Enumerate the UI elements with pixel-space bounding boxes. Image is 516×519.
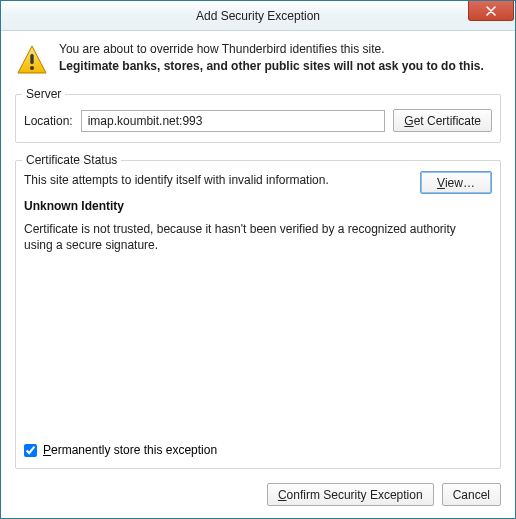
location-label: Location: (24, 114, 73, 128)
server-group: Server Location: Get Certificate (15, 87, 501, 143)
view-rest: iew… (445, 176, 475, 190)
cert-legend: Certificate Status (22, 153, 121, 167)
get-certificate-button[interactable]: Get Certificate (393, 109, 492, 132)
permanent-label: Permanently store this exception (43, 443, 217, 457)
close-icon (486, 6, 496, 16)
view-accel: V (437, 176, 445, 190)
titlebar: Add Security Exception (1, 1, 515, 31)
permanent-checkbox[interactable] (24, 444, 37, 457)
svg-point-1 (30, 66, 34, 70)
close-button[interactable] (468, 1, 514, 21)
view-button[interactable]: View… (420, 171, 492, 194)
warning-line-2: Legitimate banks, stores, and other publ… (59, 58, 484, 75)
warning-line-1: You are about to override how Thunderbir… (59, 41, 484, 58)
cancel-button[interactable]: Cancel (442, 483, 501, 506)
svg-rect-0 (30, 54, 33, 64)
dialog-body: You are about to override how Thunderbir… (1, 31, 515, 518)
location-input[interactable] (81, 110, 386, 132)
get-cert-accel: G (404, 114, 413, 128)
dialog-footer: Confirm Security Exception Cancel (15, 479, 501, 506)
dialog-window: Add Security Exception (0, 0, 516, 519)
permanent-rest: ermanently store this exception (51, 443, 217, 457)
warning-text: You are about to override how Thunderbir… (59, 41, 484, 77)
confirm-rest: onfirm Security Exception (287, 488, 423, 502)
certificate-status-group: Certificate Status View… This site attem… (15, 153, 501, 469)
cert-heading: Unknown Identity (24, 199, 492, 213)
confirm-accel: C (278, 488, 287, 502)
permanent-row[interactable]: Permanently store this exception (24, 435, 492, 457)
cert-description: Certificate is not trusted, because it h… (24, 221, 484, 253)
window-title: Add Security Exception (196, 9, 320, 23)
confirm-button[interactable]: Confirm Security Exception (267, 483, 434, 506)
server-legend: Server (22, 87, 65, 101)
warning-icon (15, 43, 49, 77)
warning-row: You are about to override how Thunderbir… (15, 41, 501, 77)
get-cert-rest: et Certificate (414, 114, 481, 128)
permanent-accel: P (43, 443, 51, 457)
